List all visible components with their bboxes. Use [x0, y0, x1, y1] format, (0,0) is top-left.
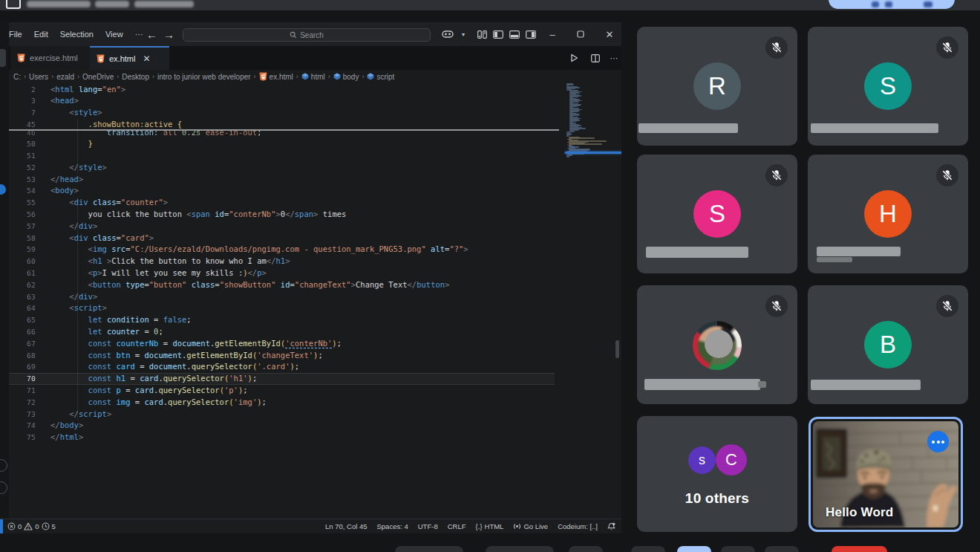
run-file-button[interactable] — [567, 46, 581, 70]
remote-indicator[interactable] — [0, 519, 3, 533]
avatar: S — [693, 190, 741, 238]
line-number: 73 — [9, 409, 36, 421]
status-codeium-[interactable]: Codeium: [..] — [558, 522, 598, 530]
muted-mic-button[interactable] — [936, 36, 958, 59]
meeting-control-button[interactable] — [765, 546, 799, 552]
tab-ex.html[interactable]: ex.html✕ — [90, 46, 169, 70]
breadcrumb-item[interactable]: C: — [13, 73, 21, 81]
minimap[interactable] — [559, 83, 621, 519]
chevron-down-icon[interactable]: ▾ — [459, 22, 468, 46]
overflow-avatar-badge: C — [716, 444, 747, 475]
menu-selection[interactable]: Selection — [54, 30, 99, 39]
status-spaces-4[interactable]: Spaces: 4 — [377, 522, 408, 530]
problems-status[interactable]: 005 — [7, 522, 56, 530]
breadcrumb-item[interactable]: script — [367, 73, 394, 81]
toggle-secondary-sidebar-icon[interactable] — [524, 22, 538, 46]
breadcrumb-item[interactable]: ex.html — [259, 72, 293, 81]
menu-edit[interactable]: Edit — [28, 30, 54, 39]
code-editor[interactable]: 2<html lang="en">3<head>7 <style>45 .sho… — [9, 83, 621, 519]
status-bell-icon[interactable] — [607, 522, 615, 531]
muted-mic-button[interactable] — [936, 295, 958, 317]
tile-more-options-button[interactable] — [927, 431, 949, 452]
command-center-search[interactable]: Search — [183, 28, 431, 42]
line-number: 54 — [9, 185, 36, 197]
line-number: 74 — [9, 420, 36, 432]
muted-mic-button[interactable] — [936, 164, 958, 186]
muted-mic-button[interactable] — [765, 36, 788, 59]
line-number: 56 — [9, 209, 36, 221]
status-crlf[interactable]: CRLF — [448, 522, 466, 530]
meeting-control-button[interactable] — [569, 546, 603, 552]
redacted-window-title — [95, 1, 129, 7]
status-html[interactable]: {․}HTML — [475, 522, 503, 530]
line-number: 2 — [9, 84, 36, 96]
breadcrumb-separator: › — [362, 73, 364, 80]
breadcrumb-item[interactable]: Users — [29, 73, 48, 81]
tab-exercise.html[interactable]: exercise.html — [10, 46, 90, 70]
breadcrumb-item[interactable]: OneDrive — [82, 73, 114, 81]
menu-view[interactable]: View — [99, 30, 129, 39]
browser-top-strip — [0, 0, 980, 10]
code-line-73: 73 </script> — [9, 409, 555, 421]
meeting-control-button[interactable] — [677, 546, 711, 552]
self-video-tile[interactable]: Hello Word — [808, 417, 963, 532]
html5-file-icon — [259, 72, 267, 81]
close-tab-icon[interactable]: ✕ — [143, 53, 150, 64]
overflow-others-tile[interactable]: 10 others — [637, 416, 797, 532]
breadcrumb-item[interactable]: Desktop — [122, 73, 149, 81]
copilot-icon[interactable] — [438, 22, 457, 46]
screenshot-stage: FileEditSelectionView··· ← → Search ▾ — [0, 0, 980, 552]
line-number: 64 — [9, 302, 36, 314]
status-utf-8[interactable]: UTF-8 — [418, 522, 438, 530]
muted-mic-button[interactable] — [765, 164, 788, 186]
line-number: 65 — [9, 314, 36, 326]
search-icon — [290, 31, 297, 39]
code-line-60: 60 <h1 >Click the button to know who I a… — [9, 256, 555, 267]
breadcrumb-item[interactable]: ezald — [56, 73, 74, 81]
status-ln-70-col-45[interactable]: Ln 70, Col 45 — [325, 522, 368, 530]
breadcrumb-item[interactable]: body — [333, 73, 359, 81]
minimap-current-line — [565, 152, 621, 154]
breadcrumb-item[interactable]: html — [301, 73, 325, 81]
code-line-62: 62 <button type="button" class="showButt… — [9, 279, 555, 291]
meeting-control-button[interactable] — [721, 546, 755, 552]
account-icon[interactable] — [0, 459, 7, 472]
line-number: 50 — [9, 138, 36, 150]
line-number: 70 — [9, 373, 36, 385]
line-number: 75 — [9, 432, 36, 444]
toggle-sidebar-icon[interactable] — [491, 22, 505, 46]
nav-back-button[interactable]: ← — [146, 22, 157, 46]
scrollbar-thumb[interactable] — [615, 340, 619, 358]
line-number: 3 — [9, 95, 36, 107]
meeting-control-button[interactable] — [486, 546, 554, 552]
window-close-button[interactable]: ✕ — [602, 22, 617, 46]
customize-layout-icon[interactable] — [475, 22, 489, 46]
window-minimize-button[interactable]: – — [545, 22, 560, 46]
meeting-control-button[interactable] — [631, 546, 665, 552]
nav-forward-button[interactable]: → — [163, 22, 174, 46]
top-right-pill-button[interactable] — [829, 0, 955, 9]
split-editor-button[interactable] — [589, 46, 602, 70]
window-maximize-button[interactable] — [573, 22, 588, 46]
breadcrumb-separator: › — [51, 73, 53, 80]
muted-mic-button[interactable] — [765, 295, 788, 317]
vscode-menu-bar: FileEditSelectionView··· — [3, 22, 149, 46]
editor-actions-more-button[interactable]: ⋯ — [607, 46, 621, 70]
mic-off-icon — [771, 300, 783, 312]
line-number: 55 — [9, 197, 36, 209]
settings-gear-icon[interactable] — [0, 481, 7, 494]
breadcrumb-item[interactable]: intro to junior web developer — [157, 73, 251, 81]
meeting-control-button[interactable] — [832, 546, 887, 552]
meeting-control-button[interactable] — [395, 546, 463, 552]
status-go-live[interactable]: Go Live — [513, 522, 548, 530]
activity-bar-item[interactable] — [0, 49, 6, 67]
code-line-51: 51 — [9, 150, 555, 162]
toggle-panel-icon[interactable] — [508, 22, 521, 46]
redacted-participant-name — [811, 123, 938, 133]
redacted-participant-name — [644, 379, 760, 390]
minimap-line — [569, 137, 595, 139]
participant-name-label: Hello Word — [826, 505, 893, 520]
minimap-line — [566, 157, 569, 158]
html5-file-icon — [17, 53, 25, 62]
vscode-title-bar: FileEditSelectionView··· ← → Search ▾ — [0, 22, 621, 46]
